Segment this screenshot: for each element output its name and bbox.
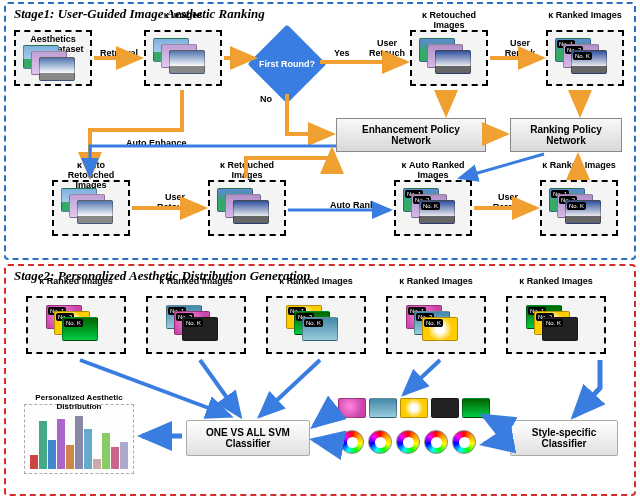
chart-bar [48,440,56,469]
color-wheel-icon [396,430,420,454]
stage2-ranked-label: κ Ranked Images [508,276,604,286]
chart-bar [66,445,74,469]
color-wheel-icon [424,430,448,454]
no-label: No [260,94,272,104]
one-vs-all-classifier: ONE VS ALL SVM Classifier [186,420,310,456]
user-rerank-label-bottom: User Rerank [486,192,530,212]
k-ranked-top: κ Ranked Images No. 1 No. 2 No. K [546,30,624,86]
aesthetic-distribution-chart: Personalized Aesthetic Distribution [24,404,134,474]
ranking-policy-network: Ranking Policy Network [510,118,622,152]
k-ranked-label-bottom: κ Ranked Images [542,160,616,170]
k-retouched-top: κ Retouched Images [410,30,488,86]
chart-bar [102,433,110,469]
first-round-decision: First Round? [252,44,322,84]
color-wheels [340,430,476,454]
enhancement-policy-network: Enhancement Policy Network [336,118,486,152]
stage1-title: Stage1: User-Guided Image Aesthetic Rank… [14,6,265,22]
stage2-ranked-box: κ Ranked ImagesNo. 1No. 2No. K [146,296,246,354]
user-retouch-label-bottom: User Retouch [150,192,200,212]
k-auto-retouched-box: κ Auto Retouched Images [52,180,130,236]
user-rerank-label-top: User Rerank [498,38,542,58]
stage2-ranked-box: κ Ranked ImagesNo. 1No. 2No. K [386,296,486,354]
stage2-ranked-label: κ Ranked Images [388,276,484,286]
k-retouched-label-bottom: κ Retouched Images [210,160,284,180]
chart-bar [84,429,92,469]
rank-tag: No. K [421,202,440,210]
k-images-box: κ Images [144,30,222,86]
k-ranked-bottom: κ Ranked Images No. 1 No. 2 No. K [540,180,618,236]
stage2-ranked-box: κ Ranked ImagesNo. 1No. 2No. K [506,296,606,354]
auto-enhance-label: Auto Enhance [126,138,187,148]
color-wheel-icon [368,430,392,454]
chart-bar [111,447,119,469]
auto-rank-label: Auto Rank [330,200,375,210]
first-round-label: First Round? [259,59,315,69]
chart-title: Personalized Aesthetic Distribution [25,393,133,411]
style-specific-classifier: Style-specific Classifier [510,420,618,456]
chart-bar [57,419,65,469]
k-auto-ranked-label: κ Auto Ranked Images [396,160,470,180]
chart-bar [120,442,128,469]
stage2-ranked-box: κ Ranked ImagesNo. 1No. 2No. K [26,296,126,354]
stage2-ranked-label: κ Ranked Images [148,276,244,286]
chart-bar [93,459,101,469]
color-wheel-icon [340,430,364,454]
stage2-ranked-label: κ Ranked Images [268,276,364,286]
dataset-box: Aesthetics Image Dataset [14,30,92,86]
chart-bar [75,416,83,469]
color-wheel-icon [452,430,476,454]
rank-tag: No. K [573,52,592,60]
user-retouch-label-top: User Retouch [362,38,412,58]
k-retouched-bottom: κ Retouched Images [208,180,286,236]
stage2-ranked-box: κ Ranked ImagesNo. 1No. 2No. K [266,296,366,354]
k-retouched-label-top: κ Retouched Images [412,10,486,30]
k-ranked-label-top: κ Ranked Images [548,10,622,20]
rank-tag: No. K [567,202,586,210]
k-images-label: κ Images [146,10,220,20]
sample-thumbnails [338,398,490,418]
chart-bar [39,421,47,469]
yes-label: Yes [334,48,350,58]
stage2-ranked-label: κ Ranked Images [28,276,124,286]
k-auto-retouched-label: κ Auto Retouched Images [54,160,128,190]
k-auto-ranked-box: κ Auto Ranked Images No. 1 No. 2 No. K [394,180,472,236]
chart-bar [30,455,38,469]
retrieval-label: Retrieval [100,48,138,58]
